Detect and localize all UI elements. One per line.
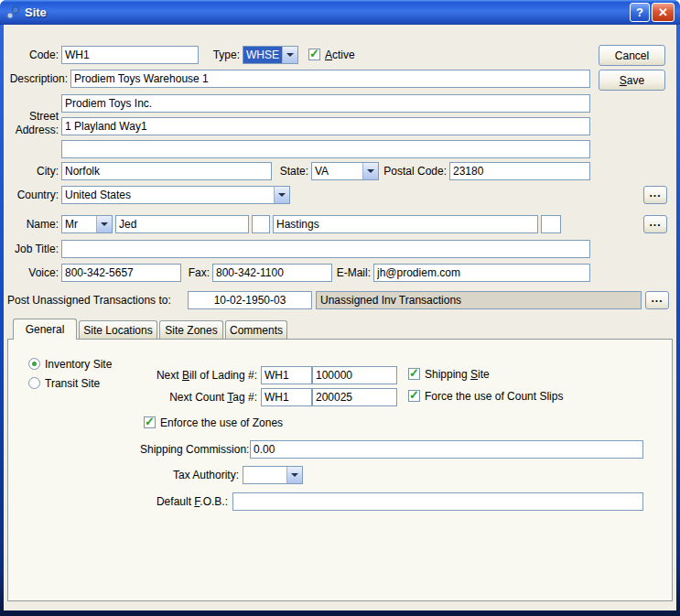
force-count-slips-label: Force the use of Count Slips bbox=[425, 390, 563, 403]
voice-input[interactable] bbox=[61, 264, 181, 282]
site-window: Site ? ✕ Code: Type: WHSE Active Cancel … bbox=[0, 0, 680, 616]
first-name-input[interactable] bbox=[115, 215, 249, 233]
shipping-site-checkbox[interactable] bbox=[408, 368, 420, 380]
account-browse-button[interactable]: ... bbox=[645, 291, 669, 309]
next-count-tag-prefix-input[interactable] bbox=[261, 388, 312, 406]
close-button[interactable]: ✕ bbox=[652, 3, 675, 22]
help-button[interactable]: ? bbox=[630, 3, 650, 22]
enforce-zones-checkbox[interactable] bbox=[144, 416, 156, 428]
type-label: Type: bbox=[205, 49, 240, 61]
dialog-body: Code: Type: WHSE Active Cancel Descripti… bbox=[4, 25, 676, 611]
code-label: Code: bbox=[20, 49, 59, 61]
city-label: City: bbox=[13, 165, 59, 178]
chevron-down-icon[interactable] bbox=[362, 163, 378, 179]
fax-label: Fax: bbox=[183, 266, 210, 279]
postal-code-label: Postal Code: bbox=[382, 165, 447, 178]
unassigned-account-name-field: Unassigned Inv Transactions bbox=[316, 291, 642, 309]
next-bol-prefix-input[interactable] bbox=[261, 366, 312, 384]
street-address-line2-input[interactable] bbox=[61, 117, 590, 135]
shipping-commission-input[interactable] bbox=[250, 440, 643, 459]
post-unassigned-label: Post Unassigned Transactions to: bbox=[7, 294, 171, 307]
tax-authority-select[interactable] bbox=[243, 466, 303, 484]
tab-comments[interactable]: Comments bbox=[225, 320, 287, 339]
next-count-tag-number-input[interactable] bbox=[312, 388, 397, 406]
name-label: Name: bbox=[13, 218, 59, 231]
active-checkbox[interactable] bbox=[308, 49, 320, 60]
shipping-commission-label: Shipping Commission: bbox=[140, 443, 246, 456]
postal-code-input[interactable] bbox=[449, 162, 590, 180]
state-select-value: VA bbox=[312, 163, 362, 179]
job-title-input[interactable] bbox=[61, 240, 590, 258]
country-browse-button[interactable]: ... bbox=[643, 186, 667, 204]
inventory-site-label: Inventory Site bbox=[45, 358, 112, 371]
cancel-button[interactable]: Cancel bbox=[599, 45, 665, 66]
name-browse-button[interactable]: ... bbox=[643, 215, 667, 233]
type-select[interactable]: WHSE bbox=[243, 46, 298, 64]
last-name-input[interactable] bbox=[273, 215, 538, 233]
enforce-zones-label: Enforce the use of Zones bbox=[160, 416, 283, 429]
tab-site-zones[interactable]: Site Zones bbox=[159, 320, 223, 339]
active-label: Active bbox=[325, 49, 355, 61]
default-fob-input[interactable] bbox=[232, 492, 643, 511]
description-label: Description: bbox=[4, 72, 68, 85]
tax-authority-label: Tax Authority: bbox=[140, 469, 239, 481]
middle-initial-input[interactable] bbox=[252, 215, 270, 233]
email-label: E-Mail: bbox=[332, 266, 371, 279]
next-bol-label: Next Bill of Lading #: bbox=[147, 369, 257, 382]
fax-input[interactable] bbox=[212, 264, 332, 282]
ellipsis-icon: ... bbox=[651, 292, 663, 308]
save-button[interactable]: Save bbox=[599, 70, 665, 91]
tab-site-locations[interactable]: Site Locations bbox=[79, 320, 157, 339]
country-select[interactable]: United States bbox=[61, 186, 290, 204]
ellipsis-icon: ... bbox=[649, 216, 661, 232]
chevron-down-icon[interactable] bbox=[274, 187, 289, 203]
default-fob-label: Default F.O.B.: bbox=[140, 495, 228, 508]
transit-site-radio[interactable] bbox=[28, 377, 40, 389]
country-label: Country: bbox=[4, 189, 59, 201]
tab-general[interactable]: General bbox=[13, 319, 77, 340]
titlebar[interactable]: Site ? ✕ bbox=[0, 0, 680, 25]
force-count-slips-checkbox[interactable] bbox=[408, 390, 420, 402]
city-input[interactable] bbox=[61, 162, 272, 180]
chevron-down-icon[interactable] bbox=[282, 47, 297, 63]
inventory-site-radio[interactable] bbox=[28, 358, 40, 370]
description-input[interactable] bbox=[70, 70, 590, 88]
name-prefix-value: Mr bbox=[62, 216, 96, 232]
tax-authority-value bbox=[243, 467, 286, 483]
street-address-line3-input[interactable] bbox=[61, 140, 590, 158]
street-address-label: Street Address: bbox=[4, 110, 59, 137]
general-tab-panel: Inventory Site Transit Site Next Bill of… bbox=[7, 339, 673, 601]
site-icon bbox=[5, 5, 20, 20]
street-address-label-line2: Address: bbox=[16, 124, 59, 136]
name-suffix-input[interactable] bbox=[541, 215, 561, 233]
unassigned-account-input[interactable] bbox=[188, 291, 312, 309]
state-label: State: bbox=[275, 165, 308, 178]
voice-label: Voice: bbox=[13, 266, 59, 279]
code-input[interactable] bbox=[61, 46, 199, 64]
street-address-line1-input[interactable] bbox=[61, 94, 590, 113]
job-title-label: Job Title: bbox=[4, 243, 59, 255]
state-select[interactable]: VA bbox=[311, 162, 379, 180]
next-count-tag-label: Next Count Tag #: bbox=[147, 391, 257, 404]
email-input[interactable] bbox=[373, 264, 590, 282]
ellipsis-icon: ... bbox=[649, 187, 661, 203]
transit-site-label: Transit Site bbox=[45, 377, 100, 390]
shipping-site-label: Shipping Site bbox=[425, 368, 490, 381]
type-select-value: WHSE bbox=[243, 47, 282, 63]
street-address-label-line1: Street bbox=[29, 110, 59, 123]
chevron-down-icon[interactable] bbox=[96, 216, 112, 232]
window-title: Site bbox=[25, 5, 628, 19]
chevron-down-icon[interactable] bbox=[286, 467, 302, 483]
country-select-value: United States bbox=[62, 187, 274, 203]
name-prefix-select[interactable]: Mr bbox=[61, 215, 113, 233]
next-bol-number-input[interactable] bbox=[312, 366, 397, 384]
